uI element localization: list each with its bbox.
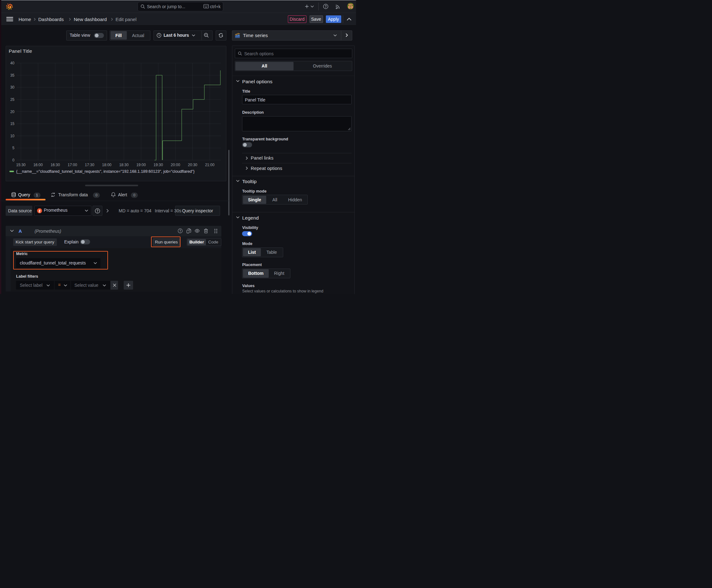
svg-text:18:30: 18:30 <box>119 163 129 167</box>
svg-text:19:00: 19:00 <box>136 163 146 167</box>
svg-text:18:00: 18:00 <box>102 163 111 167</box>
svg-text:10: 10 <box>10 133 15 138</box>
svg-text:15:30: 15:30 <box>16 163 25 167</box>
svg-text:20: 20 <box>10 109 15 114</box>
svg-text:21:00: 21:00 <box>205 163 214 167</box>
svg-text:17:30: 17:30 <box>85 163 94 167</box>
svg-text:40: 40 <box>10 61 15 65</box>
svg-text:16:30: 16:30 <box>50 163 60 167</box>
svg-text:19:30: 19:30 <box>153 163 163 167</box>
svg-text:0: 0 <box>12 158 15 162</box>
svg-text:16:00: 16:00 <box>33 163 43 167</box>
svg-text:17:00: 17:00 <box>68 163 77 167</box>
svg-text:20:30: 20:30 <box>188 163 197 167</box>
svg-text:5: 5 <box>12 146 15 150</box>
svg-text:25: 25 <box>10 97 15 102</box>
svg-text:35: 35 <box>10 73 15 77</box>
svg-text:{__name__="cloudflared_tunnel_: {__name__="cloudflared_tunnel_total_requ… <box>16 169 195 174</box>
svg-text:30: 30 <box>10 85 15 89</box>
svg-text:20:00: 20:00 <box>171 163 180 167</box>
svg-text:15: 15 <box>10 122 15 126</box>
